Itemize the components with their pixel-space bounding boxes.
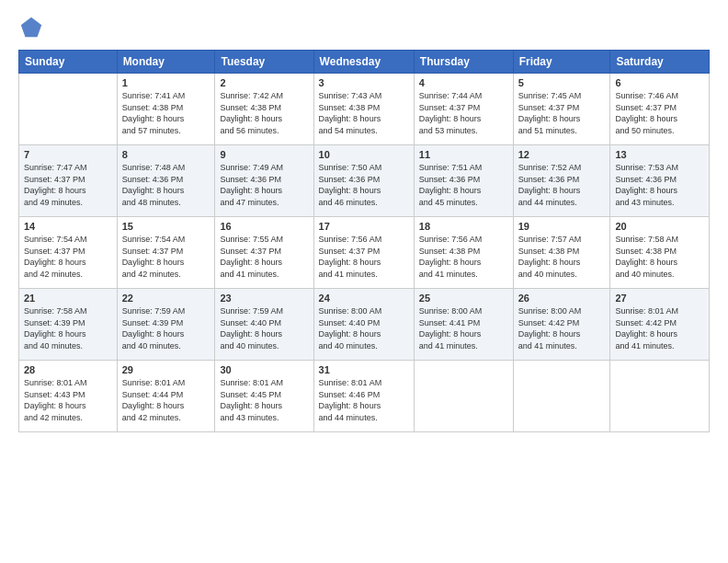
day-info: Sunrise: 7:55 AMSunset: 4:37 PMDaylight:… [220, 234, 308, 280]
calendar-day-cell: 22Sunrise: 7:59 AMSunset: 4:39 PMDayligh… [117, 289, 215, 361]
calendar-day-cell: 14Sunrise: 7:54 AMSunset: 4:37 PMDayligh… [19, 217, 118, 289]
day-number: 2 [220, 77, 308, 88]
calendar-day-cell: 23Sunrise: 7:59 AMSunset: 4:40 PMDayligh… [215, 289, 313, 361]
calendar-day-cell: 4Sunrise: 7:44 AMSunset: 4:37 PMDaylight… [414, 74, 513, 145]
day-info: Sunrise: 7:53 AMSunset: 4:36 PMDaylight:… [615, 162, 704, 208]
day-info: Sunrise: 7:44 AMSunset: 4:37 PMDaylight:… [419, 90, 508, 136]
calendar-day-cell: 15Sunrise: 7:54 AMSunset: 4:37 PMDayligh… [117, 217, 215, 289]
calendar-day-cell [19, 74, 118, 145]
day-number: 31 [319, 364, 409, 375]
day-info: Sunrise: 8:00 AMSunset: 4:41 PMDaylight:… [419, 305, 508, 351]
day-info: Sunrise: 7:59 AMSunset: 4:40 PMDaylight:… [220, 305, 308, 351]
day-number: 8 [122, 149, 210, 160]
day-info: Sunrise: 7:46 AMSunset: 4:37 PMDaylight:… [615, 90, 704, 136]
calendar-day-cell: 21Sunrise: 7:58 AMSunset: 4:39 PMDayligh… [19, 289, 118, 361]
calendar-table: SundayMondayTuesdayWednesdayThursdayFrid… [18, 50, 710, 432]
calendar-day-cell [414, 361, 513, 432]
day-info: Sunrise: 7:56 AMSunset: 4:38 PMDaylight:… [419, 234, 508, 280]
day-of-week-header: Thursday [414, 51, 513, 74]
day-number: 26 [518, 293, 606, 304]
day-info: Sunrise: 7:51 AMSunset: 4:36 PMDaylight:… [419, 162, 508, 208]
day-info: Sunrise: 7:48 AMSunset: 4:36 PMDaylight:… [122, 162, 210, 208]
calendar-day-cell: 6Sunrise: 7:46 AMSunset: 4:37 PMDaylight… [610, 74, 710, 145]
day-of-week-header: Sunday [19, 51, 118, 74]
day-number: 20 [615, 221, 704, 232]
calendar-day-cell: 8Sunrise: 7:48 AMSunset: 4:36 PMDaylight… [117, 145, 215, 217]
day-info: Sunrise: 7:45 AMSunset: 4:37 PMDaylight:… [518, 90, 606, 136]
day-of-week-header: Monday [117, 51, 215, 74]
calendar-week-row: 14Sunrise: 7:54 AMSunset: 4:37 PMDayligh… [19, 217, 710, 289]
day-number: 13 [615, 149, 704, 160]
calendar-day-cell: 27Sunrise: 8:01 AMSunset: 4:42 PMDayligh… [610, 289, 710, 361]
day-info: Sunrise: 7:49 AMSunset: 4:36 PMDaylight:… [220, 162, 308, 208]
day-number: 30 [220, 364, 308, 375]
calendar-day-cell: 24Sunrise: 8:00 AMSunset: 4:40 PMDayligh… [313, 289, 414, 361]
calendar-day-cell: 7Sunrise: 7:47 AMSunset: 4:37 PMDaylight… [19, 145, 118, 217]
day-info: Sunrise: 7:42 AMSunset: 4:38 PMDaylight:… [220, 90, 308, 136]
day-number: 25 [419, 293, 508, 304]
calendar-day-cell: 25Sunrise: 8:00 AMSunset: 4:41 PMDayligh… [414, 289, 513, 361]
calendar-day-cell: 9Sunrise: 7:49 AMSunset: 4:36 PMDaylight… [215, 145, 313, 217]
day-info: Sunrise: 8:00 AMSunset: 4:42 PMDaylight:… [518, 305, 606, 351]
day-info: Sunrise: 7:58 AMSunset: 4:38 PMDaylight:… [615, 234, 704, 280]
day-number: 28 [24, 364, 112, 375]
calendar-day-cell: 20Sunrise: 7:58 AMSunset: 4:38 PMDayligh… [610, 217, 710, 289]
calendar-day-cell: 31Sunrise: 8:01 AMSunset: 4:46 PMDayligh… [313, 361, 414, 432]
calendar-week-row: 21Sunrise: 7:58 AMSunset: 4:39 PMDayligh… [19, 289, 710, 361]
svg-marker-0 [21, 17, 41, 37]
day-number: 24 [319, 293, 409, 304]
day-number: 9 [220, 149, 308, 160]
day-info: Sunrise: 7:47 AMSunset: 4:37 PMDaylight:… [24, 162, 112, 208]
day-info: Sunrise: 8:01 AMSunset: 4:43 PMDaylight:… [24, 377, 112, 423]
calendar-day-cell: 3Sunrise: 7:43 AMSunset: 4:38 PMDaylight… [313, 74, 414, 145]
calendar-day-cell: 13Sunrise: 7:53 AMSunset: 4:36 PMDayligh… [610, 145, 710, 217]
day-of-week-header: Saturday [610, 51, 710, 74]
calendar-day-cell: 10Sunrise: 7:50 AMSunset: 4:36 PMDayligh… [313, 145, 414, 217]
day-number: 21 [24, 293, 112, 304]
day-info: Sunrise: 8:01 AMSunset: 4:42 PMDaylight:… [615, 305, 704, 351]
calendar-day-cell: 12Sunrise: 7:52 AMSunset: 4:36 PMDayligh… [513, 145, 610, 217]
page: SundayMondayTuesdayWednesdayThursdayFrid… [0, 0, 728, 563]
calendar-day-cell: 2Sunrise: 7:42 AMSunset: 4:38 PMDaylight… [215, 74, 313, 145]
day-info: Sunrise: 7:52 AMSunset: 4:36 PMDaylight:… [518, 162, 606, 208]
day-info: Sunrise: 7:54 AMSunset: 4:37 PMDaylight:… [24, 234, 112, 280]
calendar-week-row: 1Sunrise: 7:41 AMSunset: 4:38 PMDaylight… [19, 74, 710, 145]
day-number: 29 [122, 364, 210, 375]
day-number: 5 [518, 77, 606, 88]
day-of-week-header: Wednesday [313, 51, 414, 74]
calendar-day-cell [513, 361, 610, 432]
calendar-week-row: 28Sunrise: 8:01 AMSunset: 4:43 PMDayligh… [19, 361, 710, 432]
day-of-week-header: Friday [513, 51, 610, 74]
day-info: Sunrise: 7:58 AMSunset: 4:39 PMDaylight:… [24, 305, 112, 351]
day-of-week-header: Tuesday [215, 51, 313, 74]
day-number: 3 [319, 77, 409, 88]
calendar-header-row: SundayMondayTuesdayWednesdayThursdayFrid… [19, 51, 710, 74]
day-number: 12 [518, 149, 606, 160]
calendar-week-row: 7Sunrise: 7:47 AMSunset: 4:37 PMDaylight… [19, 145, 710, 217]
day-number: 18 [419, 221, 508, 232]
day-number: 6 [615, 77, 704, 88]
day-number: 10 [319, 149, 409, 160]
calendar-day-cell: 11Sunrise: 7:51 AMSunset: 4:36 PMDayligh… [414, 145, 513, 217]
calendar-day-cell: 29Sunrise: 8:01 AMSunset: 4:44 PMDayligh… [117, 361, 215, 432]
calendar-day-cell: 26Sunrise: 8:00 AMSunset: 4:42 PMDayligh… [513, 289, 610, 361]
day-number: 7 [24, 149, 112, 160]
calendar-day-cell: 5Sunrise: 7:45 AMSunset: 4:37 PMDaylight… [513, 74, 610, 145]
header [18, 15, 710, 40]
day-info: Sunrise: 8:01 AMSunset: 4:44 PMDaylight:… [122, 377, 210, 423]
calendar-day-cell [610, 361, 710, 432]
day-info: Sunrise: 7:54 AMSunset: 4:37 PMDaylight:… [122, 234, 210, 280]
calendar-day-cell: 28Sunrise: 8:01 AMSunset: 4:43 PMDayligh… [19, 361, 118, 432]
day-info: Sunrise: 8:01 AMSunset: 4:46 PMDaylight:… [319, 377, 409, 423]
day-number: 22 [122, 293, 210, 304]
day-info: Sunrise: 8:00 AMSunset: 4:40 PMDaylight:… [319, 305, 409, 351]
day-number: 15 [122, 221, 210, 232]
day-info: Sunrise: 7:43 AMSunset: 4:38 PMDaylight:… [319, 90, 409, 136]
day-number: 16 [220, 221, 308, 232]
calendar-day-cell: 19Sunrise: 7:57 AMSunset: 4:38 PMDayligh… [513, 217, 610, 289]
day-number: 17 [319, 221, 409, 232]
day-info: Sunrise: 7:50 AMSunset: 4:36 PMDaylight:… [319, 162, 409, 208]
calendar-day-cell: 1Sunrise: 7:41 AMSunset: 4:38 PMDaylight… [117, 74, 215, 145]
day-number: 1 [122, 77, 210, 88]
day-number: 27 [615, 293, 704, 304]
